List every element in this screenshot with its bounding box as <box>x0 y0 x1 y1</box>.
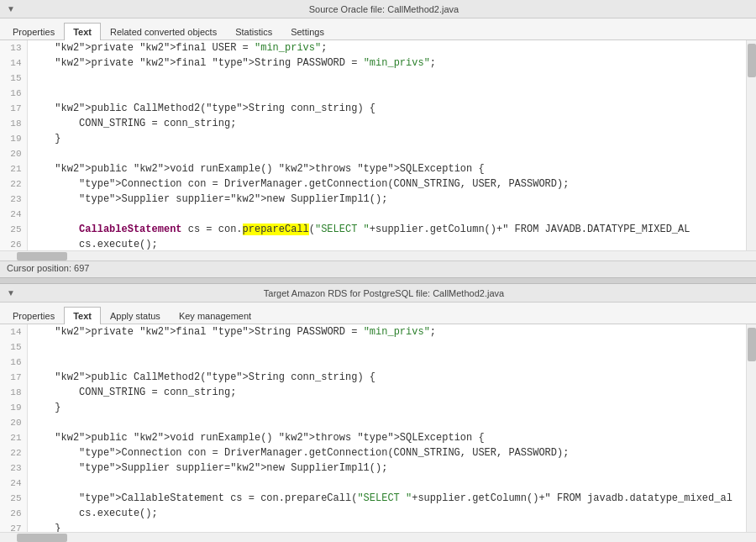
bottom-panel-title: Target Amazon RDS for PostgreSQL file: C… <box>18 288 749 298</box>
top-panel-header: ▼ Source Oracle file: CallMethod2.java <box>0 0 756 18</box>
table-row: 20 <box>0 146 746 161</box>
table-row: 17 "kw2">public CallMethod2("type">Strin… <box>0 101 746 116</box>
top-panel-triangle[interactable]: ▼ <box>7 4 15 13</box>
top-code-wrapper: 13 "kw2">private "kw2">final USER = "min… <box>0 40 756 250</box>
line-number: 16 <box>0 355 27 370</box>
line-code: "kw2">public CallMethod2("type">String c… <box>27 101 746 116</box>
table-row: 23 "type">Supplier supplier="kw2">new Su… <box>0 192 746 207</box>
line-number: 17 <box>0 101 27 116</box>
line-code: CONN_STRING = conn_string; <box>27 385 746 400</box>
table-row: 17 "kw2">public CallMethod2("type">Strin… <box>0 370 746 385</box>
line-code <box>27 207 746 222</box>
line-code: "type">Connection con = DriverManager.ge… <box>27 176 746 192</box>
table-row: 16 <box>0 86 746 101</box>
line-number: 13 <box>0 40 27 55</box>
line-number: 20 <box>0 415 27 430</box>
tab-apply-status-bottom[interactable]: Apply status <box>101 307 170 324</box>
line-code: "type">Supplier supplier="kw2">new Suppl… <box>27 192 746 207</box>
tab-related-top[interactable]: Related converted objects <box>101 23 226 40</box>
line-number: 25 <box>0 491 27 506</box>
table-row: 21 "kw2">public "kw2">void runExample() … <box>0 161 746 176</box>
table-row: 25 CallableStatement cs = con.prepareCal… <box>0 222 746 237</box>
line-code <box>27 146 746 161</box>
panel-divider[interactable] <box>0 277 756 284</box>
line-code <box>27 476 746 491</box>
line-code <box>27 355 746 370</box>
line-number: 26 <box>0 506 27 521</box>
table-row: 24 <box>0 207 746 222</box>
table-row: 19 } <box>0 131 746 146</box>
top-status-bar: Cursor position: 697 <box>0 260 756 277</box>
line-number: 21 <box>0 161 27 176</box>
table-row: 21 "kw2">public "kw2">void runExample() … <box>0 430 746 445</box>
line-number: 17 <box>0 370 27 385</box>
top-panel-tabs: Properties Text Related converted object… <box>0 18 756 40</box>
tab-settings-top[interactable]: Settings <box>281 23 333 40</box>
line-code: "kw2">private "kw2">final USER = "min_pr… <box>27 40 746 55</box>
line-code: "type">CallableStatement cs = con.prepar… <box>27 491 746 506</box>
line-code <box>27 86 746 101</box>
bottom-code-table: 14 "kw2">private "kw2">final "type">Stri… <box>0 324 746 532</box>
bottom-panel: ▼ Target Amazon RDS for PostgreSQL file:… <box>0 284 756 542</box>
table-row: 26 cs.execute(); <box>0 237 746 250</box>
line-number: 20 <box>0 146 27 161</box>
tab-text-bottom[interactable]: Text <box>64 307 101 324</box>
top-scrollbar-h-thumb[interactable] <box>17 252 67 260</box>
tab-properties-top[interactable]: Properties <box>3 23 64 40</box>
line-code <box>27 415 746 430</box>
line-code: cs.execute(); <box>27 506 746 521</box>
bottom-scrollbar-v[interactable] <box>746 324 756 532</box>
top-scrollbar-h[interactable] <box>0 250 756 260</box>
bottom-scrollbar-h[interactable] <box>0 532 756 542</box>
line-number: 19 <box>0 400 27 415</box>
line-number: 18 <box>0 116 27 131</box>
top-scrollbar-v[interactable] <box>746 40 756 250</box>
line-number: 22 <box>0 176 27 192</box>
line-number: 16 <box>0 86 27 101</box>
line-number: 15 <box>0 71 27 86</box>
table-row: 20 <box>0 415 746 430</box>
line-number: 26 <box>0 237 27 250</box>
table-row: 18 CONN_STRING = conn_string; <box>0 385 746 400</box>
line-code: CallableStatement cs = con.prepareCall("… <box>27 222 746 237</box>
tab-properties-bottom[interactable]: Properties <box>3 307 64 324</box>
table-row: 15 <box>0 71 746 86</box>
table-row: 14 "kw2">private "kw2">final "type">Stri… <box>0 55 746 71</box>
top-panel-title: Source Oracle file: CallMethod2.java <box>18 4 749 14</box>
bottom-code-area[interactable]: 14 "kw2">private "kw2">final "type">Stri… <box>0 324 746 532</box>
table-row: 25 "type">CallableStatement cs = con.pre… <box>0 491 746 506</box>
tab-key-management-bottom[interactable]: Key management <box>170 307 260 324</box>
line-code: } <box>27 131 746 146</box>
line-code: cs.execute(); <box>27 237 746 250</box>
line-code <box>27 339 746 355</box>
table-row: 16 <box>0 355 746 370</box>
table-row: 23 "type">Supplier supplier="kw2">new Su… <box>0 460 746 476</box>
line-number: 19 <box>0 131 27 146</box>
line-number: 23 <box>0 192 27 207</box>
bottom-panel-triangle[interactable]: ▼ <box>7 288 15 297</box>
line-number: 21 <box>0 430 27 445</box>
table-row: 27 } <box>0 521 746 532</box>
line-code <box>27 71 746 86</box>
line-code: "type">Connection con = DriverManager.ge… <box>27 445 746 460</box>
table-row: 22 "type">Connection con = DriverManager… <box>0 445 746 460</box>
bottom-scrollbar-thumb[interactable] <box>748 328 756 361</box>
line-code: } <box>27 400 746 415</box>
line-number: 18 <box>0 385 27 400</box>
line-number: 23 <box>0 460 27 476</box>
bottom-panel-tabs: Properties Text Apply status Key managem… <box>0 303 756 324</box>
bottom-scrollbar-h-thumb[interactable] <box>17 534 67 542</box>
top-scrollbar-thumb[interactable] <box>748 44 756 77</box>
line-code: "kw2">public CallMethod2("type">String c… <box>27 370 746 385</box>
line-code: "kw2">public "kw2">void runExample() "kw… <box>27 430 746 445</box>
tab-text-top[interactable]: Text <box>64 23 101 40</box>
line-code: CONN_STRING = conn_string; <box>27 116 746 131</box>
table-row: 14 "kw2">private "kw2">final "type">Stri… <box>0 324 746 339</box>
top-code-table: 13 "kw2">private "kw2">final USER = "min… <box>0 40 746 250</box>
bottom-panel-header: ▼ Target Amazon RDS for PostgreSQL file:… <box>0 284 756 303</box>
line-number: 25 <box>0 222 27 237</box>
line-number: 27 <box>0 521 27 532</box>
table-row: 22 "type">Connection con = DriverManager… <box>0 176 746 192</box>
top-code-area[interactable]: 13 "kw2">private "kw2">final USER = "min… <box>0 40 746 250</box>
tab-statistics-top[interactable]: Statistics <box>226 23 281 40</box>
